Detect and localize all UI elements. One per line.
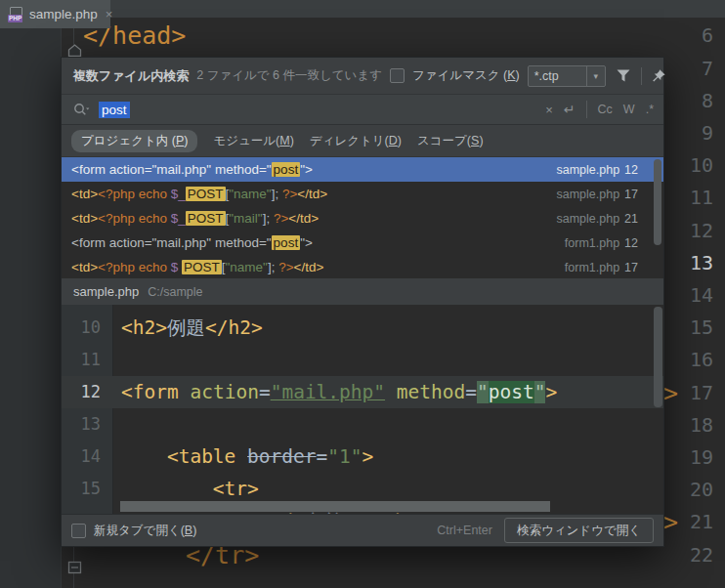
preview-file-path: C:/sample	[148, 285, 202, 299]
preview-code-segment: "1"	[327, 445, 362, 468]
result-text-segment: $_	[171, 187, 186, 201]
result-text-segment: "name"	[229, 187, 271, 201]
preview-code-segment: action	[190, 381, 258, 403]
open-in-find-window-button[interactable]: 検索ウィンドウで開く	[504, 518, 654, 543]
open-in-new-tab-checkbox[interactable]	[71, 524, 86, 538]
combo-dropdown-icon[interactable]: ▾	[586, 66, 605, 86]
result-text-segment: echo	[139, 211, 171, 226]
result-text-segment: ">	[300, 162, 313, 177]
match-case-toggle[interactable]: Cc	[598, 103, 613, 116]
pin-icon[interactable]	[650, 66, 669, 86]
preview-horizontal-scrollbar[interactable]	[120, 501, 550, 512]
match-summary: 2 ファイルで 6 件一致しています	[196, 67, 382, 84]
preview-line-number: 15	[62, 473, 101, 505]
gutter-line-number: 19	[674, 441, 713, 474]
preview-line-number: 12	[62, 376, 101, 408]
result-file-label: form1.php12	[565, 236, 638, 250]
result-text-segment: ];	[272, 187, 282, 201]
preview-line-number: 16	[62, 505, 101, 514]
file-mask-combobox[interactable]: *.ctp ▾	[528, 65, 606, 87]
result-file-label: sample.php17	[556, 188, 638, 201]
preview-code-segment	[235, 445, 247, 468]
scope-tab-0[interactable]: プロジェクト内 (P)	[71, 130, 197, 152]
result-text-segment: post	[272, 235, 301, 250]
preview-code-segment: =	[317, 445, 328, 468]
results-scrollbar[interactable]	[654, 159, 661, 245]
ide-screen: <title>Sample</title></head>>></tr> 6789…	[0, 0, 725, 588]
preview-editor: 10<h2>例題</h2>1112<form action="mail.php"…	[62, 305, 663, 514]
preview-code-segment: </h2>	[205, 316, 263, 339]
regex-toggle[interactable]: .*	[646, 103, 654, 116]
search-result-row[interactable]: <form action="mail.php" method="post">sa…	[62, 157, 663, 182]
scope-tab-1[interactable]: モジュール(M)	[213, 133, 293, 149]
result-text-segment: <?php	[98, 260, 139, 274]
result-text-segment: echo	[139, 187, 171, 201]
preview-line-number: 10	[62, 312, 101, 344]
result-text-segment: <td>	[71, 211, 98, 226]
gutter-line-number: 13	[674, 247, 713, 279]
shortcut-hint: Ctrl+Enter	[437, 524, 492, 537]
preview-code-segment: "	[477, 381, 489, 403]
result-text-segment: $	[171, 260, 182, 274]
tab-sample-php[interactable]: PHP sample.php ×	[0, 0, 110, 28]
gutter-line-number: 8	[674, 85, 713, 117]
editor-gutter	[0, 0, 62, 588]
result-text-segment: <td>	[71, 187, 98, 201]
scope-tab-2[interactable]: ディレクトリ(D)	[310, 133, 402, 149]
preview-line-code: <form action="mail.php" method="post">	[121, 376, 663, 408]
result-text-segment: $_	[171, 211, 186, 226]
preview-code-segment	[385, 381, 397, 403]
preview-code-line[interactable]: 10<h2>例題</h2>	[62, 312, 663, 344]
result-file-label: form1.php17	[565, 261, 638, 274]
preview-code-segment: <tr>	[213, 478, 259, 500]
gutter-line-number: 10	[674, 149, 713, 182]
insert-newline-icon[interactable]: ↵	[564, 102, 576, 117]
result-text-segment: ?>	[278, 260, 293, 274]
preview-line-number: 13	[62, 408, 101, 441]
dialog-header: 複数ファイル内検索 2 ファイルで 6 件一致しています ファイルマスク (K)…	[62, 58, 663, 95]
result-text-segment: </td>	[288, 211, 319, 226]
result-text-segment: </td>	[294, 260, 324, 274]
scope-tabs-row: プロジェクト内 (P)モジュール(M)ディレクトリ(D)スコープ(S)	[62, 125, 663, 157]
preview-code-segment: 例題	[167, 316, 205, 339]
preview-code-segment: method	[397, 381, 465, 403]
preview-code-line[interactable]: 13	[62, 408, 663, 441]
preview-vertical-scrollbar[interactable]	[654, 307, 662, 407]
header-separator	[641, 67, 642, 85]
gutter-line-number: 9	[674, 117, 713, 149]
search-icon[interactable]	[71, 100, 91, 119]
preview-code-segment: "	[534, 381, 546, 403]
result-text-segment: <form action="mail.php" method="	[71, 162, 272, 177]
result-text-segment: "name"	[226, 260, 268, 274]
gutter-line-number: 6	[674, 20, 713, 52]
preview-code-line[interactable]: 12<form action="mail.php" method="post">	[62, 376, 663, 408]
search-result-row[interactable]: <td><?php echo $ POST["name"]; ?></td>fo…	[62, 255, 663, 278]
tab-title: sample.php	[29, 7, 98, 21]
preview-line-number: 11	[62, 344, 101, 376]
fold-marker-expanded-icon[interactable]	[67, 561, 82, 578]
scope-tab-3[interactable]: スコープ(S)	[417, 133, 484, 149]
clear-search-icon[interactable]: ×	[545, 103, 553, 117]
php-file-icon: PHP	[8, 7, 23, 22]
search-result-row[interactable]: <td><?php echo $_POST["mail"]; ?></td>sa…	[62, 206, 663, 231]
preview-code-line[interactable]: 11	[62, 344, 663, 376]
gutter-line-number: 16	[674, 344, 713, 376]
result-text-segment: ];	[268, 260, 278, 274]
tab-close-icon[interactable]: ×	[106, 7, 113, 21]
whole-words-toggle[interactable]: W	[623, 103, 635, 116]
file-mask-checkbox[interactable]	[390, 68, 405, 83]
gutter-line-number: 14	[674, 279, 713, 312]
preview-code-segment: <h2>	[121, 316, 167, 339]
dialog-footer: 新規タブで開く(B) Ctrl+Enter 検索ウィンドウで開く	[62, 514, 663, 546]
search-input[interactable]: post	[99, 102, 130, 118]
search-result-row[interactable]: <form action="mail.php" method="post">fo…	[62, 231, 663, 255]
result-text-segment: POST	[186, 187, 226, 201]
preview-code-segment: border	[247, 445, 316, 468]
search-result-row[interactable]: <td><?php echo $_POST["name"]; ?></td>sa…	[62, 182, 663, 206]
search-field-row[interactable]: post × ↵ Cc W .*	[62, 95, 663, 125]
filter-icon[interactable]	[614, 66, 633, 86]
preview-line-number: 14	[62, 441, 101, 473]
preview-code-line[interactable]: 14<table border="1">	[62, 441, 663, 473]
result-text-segment: <?php	[98, 187, 139, 201]
result-text-segment: echo	[139, 260, 171, 274]
